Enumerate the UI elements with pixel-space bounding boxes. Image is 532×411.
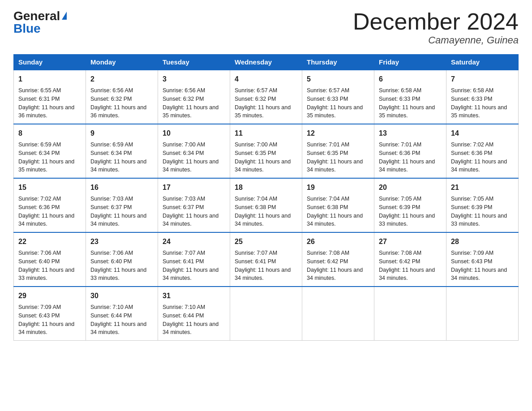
- calendar-day-cell: 8Sunrise: 6:59 AMSunset: 6:34 PMDaylight…: [14, 124, 86, 178]
- daylight-label: Daylight: 11 hours and 34 minutes.: [307, 213, 363, 227]
- empty-cell: [230, 287, 302, 341]
- sunset-label: Sunset: 6:42 PM: [307, 258, 348, 265]
- daylight-label: Daylight: 11 hours and 33 minutes.: [18, 267, 74, 282]
- sunrise-label: Sunrise: 6:56 AM: [90, 87, 133, 94]
- day-number: 22: [18, 236, 81, 247]
- daylight-label: Daylight: 11 hours and 34 minutes.: [90, 213, 146, 227]
- sunrise-label: Sunrise: 7:09 AM: [18, 304, 61, 310]
- logo-blue-text: Blue: [13, 21, 41, 36]
- sunrise-label: Sunrise: 7:00 AM: [163, 141, 205, 148]
- daylight-label: Daylight: 11 hours and 34 minutes.: [235, 267, 291, 282]
- sunrise-label: Sunrise: 7:06 AM: [18, 250, 61, 256]
- calendar-day-cell: 25Sunrise: 7:07 AMSunset: 6:41 PMDayligh…: [230, 232, 302, 287]
- sunrise-label: Sunrise: 6:57 AM: [307, 87, 349, 94]
- daylight-label: Daylight: 11 hours and 34 minutes.: [90, 321, 146, 336]
- daylight-label: Daylight: 11 hours and 34 minutes.: [379, 267, 435, 282]
- daylight-label: Daylight: 11 hours and 34 minutes.: [163, 267, 219, 282]
- calendar-table: Sunday Monday Tuesday Wednesday Thursday…: [13, 54, 519, 341]
- daylight-label: Daylight: 11 hours and 34 minutes.: [235, 158, 291, 173]
- sunrise-label: Sunrise: 6:58 AM: [451, 87, 493, 94]
- calendar-day-cell: 22Sunrise: 7:06 AMSunset: 6:40 PMDayligh…: [14, 232, 86, 287]
- sunset-label: Sunset: 6:33 PM: [451, 96, 492, 102]
- sunrise-label: Sunrise: 7:03 AM: [163, 196, 205, 202]
- sunrise-label: Sunrise: 7:07 AM: [235, 250, 277, 256]
- sunset-label: Sunset: 6:35 PM: [307, 150, 348, 156]
- daylight-label: Daylight: 11 hours and 34 minutes.: [163, 158, 219, 173]
- day-number: 31: [163, 291, 225, 301]
- daylight-label: Daylight: 11 hours and 34 minutes.: [379, 158, 435, 173]
- sunrise-label: Sunrise: 6:55 AM: [18, 87, 61, 94]
- daylight-label: Daylight: 11 hours and 35 minutes.: [451, 104, 507, 119]
- day-number: 20: [379, 182, 442, 193]
- sunset-label: Sunset: 6:31 PM: [18, 96, 60, 102]
- calendar-day-cell: 21Sunrise: 7:05 AMSunset: 6:39 PMDayligh…: [446, 178, 519, 232]
- sunrise-label: Sunrise: 7:02 AM: [451, 141, 493, 148]
- daylight-label: Daylight: 11 hours and 35 minutes.: [307, 104, 363, 119]
- calendar-day-cell: 29Sunrise: 7:09 AMSunset: 6:43 PMDayligh…: [14, 287, 86, 341]
- calendar-week-row: 29Sunrise: 7:09 AMSunset: 6:43 PMDayligh…: [14, 287, 519, 341]
- header-wednesday: Wednesday: [230, 55, 302, 70]
- calendar-day-cell: 1Sunrise: 6:55 AMSunset: 6:31 PMDaylight…: [14, 70, 86, 124]
- day-number: 14: [451, 128, 514, 139]
- calendar-day-cell: 7Sunrise: 6:58 AMSunset: 6:33 PMDaylight…: [446, 70, 519, 124]
- day-number: 10: [163, 128, 225, 139]
- daylight-label: Daylight: 11 hours and 34 minutes.: [307, 158, 363, 173]
- day-number: 9: [90, 128, 153, 139]
- sunset-label: Sunset: 6:37 PM: [163, 204, 204, 210]
- calendar-day-cell: 2Sunrise: 6:56 AMSunset: 6:32 PMDaylight…: [86, 70, 158, 124]
- sunrise-label: Sunrise: 7:02 AM: [18, 196, 61, 202]
- daylight-label: Daylight: 11 hours and 34 minutes.: [163, 321, 219, 336]
- day-number: 29: [18, 291, 81, 301]
- daylight-label: Daylight: 11 hours and 35 minutes.: [163, 104, 219, 119]
- sunset-label: Sunset: 6:39 PM: [451, 204, 492, 210]
- calendar-day-cell: 5Sunrise: 6:57 AMSunset: 6:33 PMDaylight…: [302, 70, 374, 124]
- daylight-label: Daylight: 11 hours and 34 minutes.: [163, 213, 219, 227]
- sunrise-label: Sunrise: 7:03 AM: [90, 196, 133, 202]
- sunset-label: Sunset: 6:32 PM: [90, 96, 132, 102]
- calendar-day-cell: 27Sunrise: 7:08 AMSunset: 6:42 PMDayligh…: [374, 232, 446, 287]
- calendar-day-cell: 31Sunrise: 7:10 AMSunset: 6:44 PMDayligh…: [158, 287, 230, 341]
- sunrise-label: Sunrise: 7:06 AM: [90, 250, 133, 256]
- calendar-day-cell: 14Sunrise: 7:02 AMSunset: 6:36 PMDayligh…: [446, 124, 519, 178]
- sunrise-label: Sunrise: 7:05 AM: [451, 196, 493, 202]
- day-number: 28: [451, 236, 514, 247]
- sunrise-label: Sunrise: 6:57 AM: [235, 87, 277, 94]
- month-title: December 2024: [353, 9, 519, 34]
- sunset-label: Sunset: 6:43 PM: [18, 313, 60, 319]
- calendar-week-row: 22Sunrise: 7:06 AMSunset: 6:40 PMDayligh…: [14, 232, 519, 287]
- day-number: 23: [90, 236, 153, 247]
- day-number: 2: [90, 74, 153, 85]
- sunrise-label: Sunrise: 6:59 AM: [18, 141, 61, 148]
- sunset-label: Sunset: 6:36 PM: [18, 204, 60, 210]
- page-header: General Blue December 2024 Camayenne, Gu…: [13, 9, 519, 46]
- daylight-label: Daylight: 11 hours and 35 minutes.: [235, 104, 291, 119]
- sunset-label: Sunset: 6:39 PM: [379, 204, 420, 210]
- sunrise-label: Sunrise: 7:04 AM: [235, 196, 277, 202]
- day-number: 13: [379, 128, 442, 139]
- day-number: 18: [235, 182, 297, 193]
- daylight-label: Daylight: 11 hours and 35 minutes.: [18, 158, 74, 173]
- sunset-label: Sunset: 6:38 PM: [307, 204, 348, 210]
- daylight-label: Daylight: 11 hours and 34 minutes.: [18, 321, 74, 336]
- daylight-label: Daylight: 11 hours and 33 minutes.: [90, 267, 146, 282]
- sunset-label: Sunset: 6:36 PM: [451, 150, 492, 156]
- daylight-label: Daylight: 11 hours and 33 minutes.: [451, 213, 507, 227]
- day-number: 7: [451, 74, 514, 85]
- day-number: 15: [18, 182, 81, 193]
- calendar-day-cell: 6Sunrise: 6:58 AMSunset: 6:33 PMDaylight…: [374, 70, 446, 124]
- sunset-label: Sunset: 6:38 PM: [235, 204, 276, 210]
- calendar-day-cell: 28Sunrise: 7:09 AMSunset: 6:43 PMDayligh…: [446, 232, 519, 287]
- day-number: 5: [307, 74, 369, 85]
- day-number: 6: [379, 74, 442, 85]
- day-number: 11: [235, 128, 297, 139]
- sunset-label: Sunset: 6:44 PM: [163, 313, 204, 319]
- daylight-label: Daylight: 11 hours and 34 minutes.: [307, 267, 363, 282]
- calendar-day-cell: 19Sunrise: 7:04 AMSunset: 6:38 PMDayligh…: [302, 178, 374, 232]
- sunset-label: Sunset: 6:36 PM: [379, 150, 420, 156]
- calendar-day-cell: 16Sunrise: 7:03 AMSunset: 6:37 PMDayligh…: [86, 178, 158, 232]
- sunset-label: Sunset: 6:40 PM: [18, 258, 60, 265]
- sunrise-label: Sunrise: 6:56 AM: [163, 87, 205, 94]
- day-number: 3: [163, 74, 225, 85]
- header-monday: Monday: [86, 55, 158, 70]
- daylight-label: Daylight: 11 hours and 34 minutes.: [235, 213, 291, 227]
